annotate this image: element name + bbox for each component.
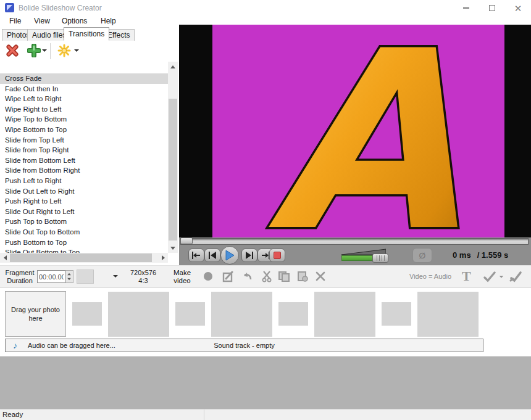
duration-spinner[interactable] [65, 270, 73, 283]
apply-duration-button[interactable] [77, 270, 94, 284]
window-controls: ✕ [453, 0, 531, 16]
transition-item[interactable]: Wipe Right to Left [0, 104, 168, 115]
play-button[interactable] [220, 246, 239, 265]
status-text: Ready [2, 411, 23, 418]
scroll-left-button[interactable] [0, 253, 10, 263]
scroll-left-icon [4, 255, 7, 260]
paste-button[interactable] [296, 271, 309, 282]
maximize-icon [489, 5, 495, 11]
horizontal-scroll-thumb[interactable] [10, 253, 152, 262]
transitions-list: Cross FadeFade Out then InWipe Left to R… [0, 62, 168, 253]
vertical-scrollbar[interactable] [168, 62, 178, 253]
stop-button[interactable] [269, 249, 285, 262]
photo-placeholder [314, 292, 375, 337]
transition-item[interactable]: Slide Out Top to Bottom [0, 227, 168, 237]
add-transition-dropdown[interactable] [42, 49, 47, 52]
next-frame-button[interactable] [241, 249, 257, 262]
transition-item[interactable]: Slide Out Right to Left [0, 207, 168, 217]
transition-item[interactable]: Push Left to Right [0, 176, 168, 186]
toolbar-separator [50, 43, 51, 59]
menu-options[interactable]: Options [62, 17, 87, 25]
transitions-rows: Cross FadeFade Out then InWipe Left to R… [0, 73, 168, 253]
close-button[interactable]: ✕ [505, 0, 531, 16]
photo-drop-zone[interactable]: Drag your photo here [5, 291, 66, 337]
slide-background: A [212, 25, 504, 237]
time-display: 0 ms/ 1.559 s [453, 250, 514, 260]
go-to-start-icon [191, 251, 202, 260]
horizontal-scrollbar[interactable] [0, 253, 168, 263]
edit-button[interactable] [222, 271, 234, 282]
spinner-down-icon [67, 278, 71, 281]
transition-item[interactable]: Slide from Top Right [0, 145, 168, 155]
tab-bar: PhotosAudio filesTransitionsEffects [0, 27, 179, 41]
transition-item[interactable]: Slide Out Bottom to Top [0, 247, 168, 253]
audio-track[interactable]: ♪ Audio can be dragged here... Sound tra… [5, 339, 483, 352]
add-transition-button[interactable] [27, 44, 41, 57]
handle-ridge [384, 255, 385, 261]
brush-tool-button[interactable] [509, 271, 522, 282]
menu-view[interactable]: View [34, 17, 50, 25]
sound-track-status: Sound track - empty [6, 342, 483, 349]
menu-help[interactable]: Help [101, 17, 116, 25]
record-button[interactable] [204, 271, 212, 281]
transition-item[interactable]: Slide from Top Left [0, 135, 168, 146]
close-icon: ✕ [514, 4, 522, 13]
make-video-button[interactable]: Make video [168, 269, 196, 285]
duration-dropdown[interactable] [113, 275, 118, 278]
previous-frame-button[interactable] [204, 249, 220, 262]
transition-item[interactable]: Fade Out then In [0, 84, 168, 94]
scroll-down-button[interactable] [168, 243, 178, 253]
transition-item[interactable]: Wipe Bottom to Top [0, 125, 168, 135]
fragment-duration-input[interactable] [37, 270, 65, 283]
transition-item[interactable]: Slide Out Left to Right [0, 186, 168, 197]
remove-fragment-button[interactable] [315, 271, 326, 282]
maximize-button[interactable] [479, 0, 505, 16]
random-effect-dropdown[interactable] [74, 49, 79, 52]
time-current: 0 ms [453, 250, 471, 260]
delete-transition-button[interactable] [6, 44, 19, 57]
cut-button[interactable] [262, 271, 272, 282]
handle-ridge [382, 255, 382, 261]
photo-track: Drag your photo here [5, 291, 479, 337]
next-frame-icon [244, 251, 255, 260]
transition-item[interactable]: Push Bottom to Top [0, 237, 168, 248]
photo-placeholder [175, 302, 205, 326]
transition-item[interactable]: Push Top to Bottom [0, 216, 168, 227]
title-bar: Bolide Slideshow Creator ✕ [0, 0, 531, 16]
previous-frame-icon [207, 251, 218, 260]
transition-item[interactable]: Wipe Left to Right [0, 94, 168, 104]
transition-item[interactable]: Slide from Bottom Right [0, 165, 168, 176]
tab-transitions[interactable]: Transitions [64, 27, 109, 41]
random-effect-button[interactable] [57, 44, 71, 57]
time-total: / 1.559 s [477, 250, 509, 260]
video-preview: A [179, 25, 531, 237]
stop-icon [274, 252, 281, 259]
scroll-right-button[interactable] [158, 253, 168, 263]
slide-letter-graphic: A [212, 25, 504, 237]
checkmark-dropdown[interactable] [500, 276, 503, 278]
transition-item[interactable]: Slide from Bottom Left [0, 155, 168, 166]
minimize-button[interactable] [453, 0, 479, 16]
seek-track[interactable] [180, 238, 529, 245]
go-to-start-button[interactable] [188, 249, 204, 262]
aspect-scale-button[interactable]: ∅ [412, 248, 432, 263]
transition-item[interactable]: Cross Fade [0, 73, 168, 84]
scroll-down-icon [170, 247, 175, 250]
bottom-panel [0, 356, 531, 409]
resolution-display[interactable]: 720x576 4:3 [125, 269, 161, 285]
transition-item[interactable]: Wipe Top to Bottom [0, 114, 168, 125]
vertical-scroll-thumb[interactable] [169, 99, 177, 241]
volume-slider-handle[interactable] [372, 253, 388, 263]
checkmark-tool-button[interactable] [483, 271, 496, 282]
video-audio-sync-label[interactable]: Video = Audio [409, 273, 451, 280]
seek-thumb[interactable] [180, 237, 193, 244]
window-title: Bolide Slideshow Creator [19, 4, 102, 12]
minimize-icon [463, 7, 469, 9]
scroll-up-button[interactable] [168, 62, 178, 72]
menu-file[interactable]: File [9, 17, 21, 25]
undo-button[interactable] [242, 271, 253, 281]
text-tool-button[interactable]: T [462, 268, 471, 284]
copy-button[interactable] [278, 271, 291, 282]
transition-item[interactable]: Push Right to Left [0, 196, 168, 207]
fragment-bar: Fragment Duration 720x576 4:3 Make video [0, 265, 531, 288]
